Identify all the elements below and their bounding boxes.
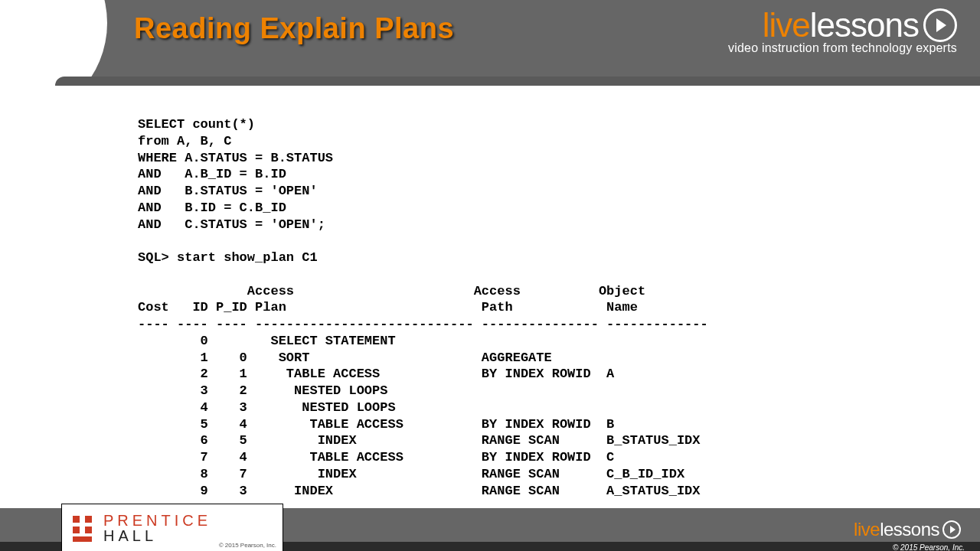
slide-footer: © 2015 Pearson, Inc. PRENTICE HALL © 201… [0,508,980,551]
publisher-row1: PRENTICE [103,513,211,528]
footer-copyright: © 2015 Pearson, Inc. [893,543,965,551]
publisher-copyright: © 2015 Pearson, Inc. [219,542,276,549]
title-bar: Reading Explain Plans livelessons video … [0,0,980,77]
slide-title: Reading Explain Plans [134,12,454,45]
brand-wordmark: livelessons [763,6,957,44]
slide-header: Reading Explain Plans livelessons video … [0,0,980,77]
sub-strip [55,77,980,86]
play-icon [923,8,957,42]
brand-lessons: lessons [810,6,919,44]
publisher-name: PRENTICE HALL [103,513,211,543]
brand-logo-bottom: livelessons [854,519,961,540]
brand-live: live [763,6,810,44]
publisher-row2: HALL [103,528,211,543]
brand-logo-top: livelessons video instruction from techn… [728,6,957,55]
brand-lessons-small: lessons [880,519,939,540]
play-icon-small [942,520,961,539]
publisher-tab: PRENTICE HALL © 2015 Pearson, Inc. [61,504,283,551]
brand-live-small: live [854,519,880,540]
explain-plan-code: SELECT count(*) from A, B, C WHERE A.STA… [138,116,949,499]
publisher-mark-icon [71,513,96,543]
brand-tagline: video instruction from technology expert… [728,41,957,55]
